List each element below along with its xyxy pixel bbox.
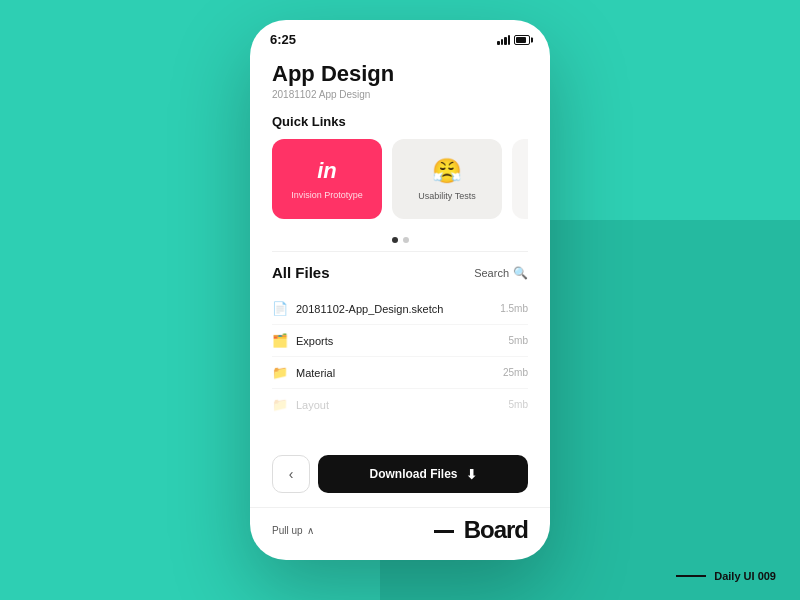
download-icon: ⬇ <box>466 467 477 482</box>
quick-links-label: Quick Links <box>272 114 528 129</box>
content-area: App Design 20181102 App Design Quick Lin… <box>250 53 550 560</box>
file-item[interactable]: 🗂️ Exports 5mb <box>272 325 528 357</box>
file-size: 5mb <box>509 399 528 410</box>
file-left: 📄 20181102-App_Design.sketch <box>272 301 443 316</box>
phone-wrapper: 6:25 App Design 20181102 App Design <box>250 20 550 560</box>
search-icon: 🔍 <box>513 266 528 280</box>
back-icon: ‹ <box>289 466 294 482</box>
file-item[interactable]: 📁 Layout 5mb <box>272 389 528 420</box>
pagination-dots <box>250 229 550 251</box>
daily-ui-badge: Daily UI 009 <box>676 570 776 582</box>
quick-link-usability[interactable]: 😤 Usability Tests <box>392 139 502 219</box>
search-label: Search <box>474 267 509 279</box>
battery-icon <box>514 35 530 45</box>
file-size: 25mb <box>503 367 528 378</box>
file-size: 1.5mb <box>500 303 528 314</box>
board-dash <box>434 530 454 533</box>
usability-label: Usability Tests <box>418 191 475 201</box>
pull-up-label: Pull up <box>272 525 303 536</box>
pull-up-icon: ∧ <box>307 525 314 536</box>
daily-ui-line <box>676 575 706 577</box>
folder-icon: 📁 <box>272 365 288 380</box>
status-time: 6:25 <box>270 32 296 47</box>
invision-label: Invision Prototype <box>291 190 363 200</box>
back-button[interactable]: ‹ <box>272 455 310 493</box>
file-name: Layout <box>296 399 329 411</box>
daily-ui-text: Daily UI 009 <box>714 570 776 582</box>
usability-emoji: 😤 <box>432 157 462 185</box>
files-section: All Files Search 🔍 📄 20181102-App_Design… <box>250 252 550 445</box>
quick-link-third[interactable]: U <box>512 139 528 219</box>
header-section: App Design 20181102 App Design <box>250 53 550 114</box>
file-name: Exports <box>296 335 333 347</box>
file-left: 📁 Layout <box>272 397 329 412</box>
board-label: Board <box>434 516 528 544</box>
file-left: 🗂️ Exports <box>272 333 333 348</box>
file-item[interactable]: 📁 Material 25mb <box>272 357 528 389</box>
file-size: 5mb <box>509 335 528 346</box>
file-icon: 📄 <box>272 301 288 316</box>
search-button[interactable]: Search 🔍 <box>474 266 528 280</box>
bottom-actions: ‹ Download Files ⬇ <box>250 445 550 507</box>
invision-logo: in <box>317 158 337 184</box>
quick-links-row: in Invision Prototype 😤 Usability Tests … <box>272 139 528 219</box>
dot-1 <box>392 237 398 243</box>
phone-mockup: 6:25 App Design 20181102 App Design <box>250 20 550 560</box>
board-text: Board <box>464 516 528 543</box>
pull-up-button[interactable]: Pull up ∧ <box>272 525 314 536</box>
files-title: All Files <box>272 264 330 281</box>
folder-icon: 🗂️ <box>272 333 288 348</box>
dot-2 <box>403 237 409 243</box>
quick-link-invision[interactable]: in Invision Prototype <box>272 139 382 219</box>
signal-icon <box>497 35 510 45</box>
download-button[interactable]: Download Files ⬇ <box>318 455 528 493</box>
file-left: 📁 Material <box>272 365 335 380</box>
files-header: All Files Search 🔍 <box>272 264 528 281</box>
download-label: Download Files <box>369 467 457 481</box>
folder-icon: 📁 <box>272 397 288 412</box>
status-bar: 6:25 <box>250 20 550 53</box>
quick-links-section: Quick Links in Invision Prototype 😤 Usab… <box>250 114 550 229</box>
status-icons <box>497 35 530 45</box>
file-name: 20181102-App_Design.sketch <box>296 303 443 315</box>
file-list: 📄 20181102-App_Design.sketch 1.5mb 🗂️ Ex… <box>272 293 528 420</box>
app-subtitle: 20181102 App Design <box>272 89 528 100</box>
app-title: App Design <box>272 61 528 87</box>
file-item[interactable]: 📄 20181102-App_Design.sketch 1.5mb <box>272 293 528 325</box>
file-name: Material <box>296 367 335 379</box>
bottom-bar: Pull up ∧ Board <box>250 507 550 560</box>
